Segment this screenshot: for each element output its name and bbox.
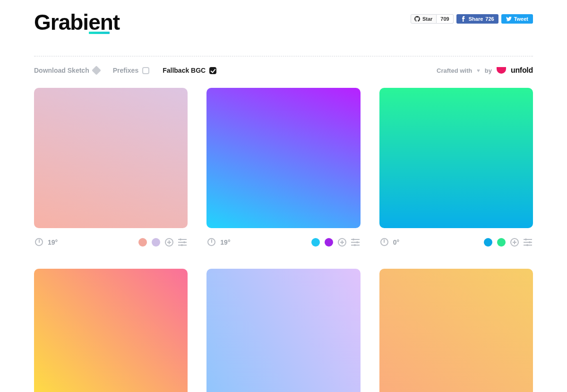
color-stop-dot[interactable] xyxy=(152,238,160,247)
download-sketch-button[interactable]: Download Sketch xyxy=(34,67,100,74)
credit[interactable]: Crafted with ♥ by unfold xyxy=(437,66,533,75)
sliders-icon[interactable] xyxy=(178,239,187,246)
add-color-button[interactable] xyxy=(338,238,346,247)
color-stop-dot[interactable] xyxy=(497,238,506,247)
logo: Grabient xyxy=(34,11,120,33)
github-icon xyxy=(414,16,420,22)
sliders-icon[interactable] xyxy=(524,239,532,246)
fallback-bgc-label: Fallback BGC xyxy=(163,67,206,74)
angle-value[interactable]: 19° xyxy=(48,239,58,246)
gradient-swatch[interactable] xyxy=(34,88,188,228)
download-sketch-label: Download Sketch xyxy=(34,67,89,74)
color-stop-dot[interactable] xyxy=(484,238,492,247)
angle-value[interactable]: 19° xyxy=(220,239,230,246)
heart-icon: ♥ xyxy=(477,68,480,73)
twitter-tweet-button[interactable]: Tweet xyxy=(501,14,533,24)
fallback-bgc-checkbox xyxy=(209,67,216,74)
gradient-swatch[interactable] xyxy=(34,269,188,392)
credit-prefix: Crafted with xyxy=(437,67,472,74)
credit-by: by xyxy=(485,67,492,74)
logo-wrap: Grabient xyxy=(34,11,120,34)
facebook-share-label: Share xyxy=(469,16,483,22)
logo-underline xyxy=(89,32,110,34)
sliders-icon[interactable] xyxy=(351,239,360,246)
gradient-card: 19° xyxy=(34,88,188,250)
gradient-grid: 19°19°0° xyxy=(34,88,533,392)
github-star-button[interactable]: Star 709 xyxy=(411,14,454,24)
gradient-controls: 19° xyxy=(206,228,360,250)
gradient-swatch[interactable] xyxy=(379,269,533,392)
gradient-card: 0° xyxy=(379,88,533,250)
unfold-brand: unfold xyxy=(511,66,533,75)
gradient-card xyxy=(34,269,188,392)
gradient-swatch[interactable] xyxy=(206,88,360,228)
prefixes-label: Prefixes xyxy=(113,67,138,74)
github-star-count: 709 xyxy=(437,14,453,24)
gradient-card: 19° xyxy=(206,88,360,250)
unfold-logo-icon xyxy=(497,67,506,74)
gradient-controls: 0° xyxy=(379,228,533,250)
github-star-label: Star xyxy=(422,16,432,22)
color-stop-dot[interactable] xyxy=(325,238,333,247)
gradient-swatch[interactable] xyxy=(206,269,360,392)
prefixes-checkbox xyxy=(142,67,149,74)
angle-icon[interactable] xyxy=(380,238,388,246)
color-stop-dot[interactable] xyxy=(311,238,320,247)
add-color-button[interactable] xyxy=(165,238,173,247)
social-buttons: Star 709 Share 726 Tweet xyxy=(411,14,533,24)
divider xyxy=(34,56,533,57)
toolbar: Download Sketch Prefixes Fallback BGC Cr… xyxy=(34,66,533,75)
angle-icon[interactable] xyxy=(35,238,43,246)
gradient-card xyxy=(206,269,360,392)
color-stop-dot[interactable] xyxy=(138,238,147,247)
sketch-diamond-icon xyxy=(92,66,101,75)
add-color-button[interactable] xyxy=(510,238,519,247)
twitter-icon xyxy=(506,16,512,22)
facebook-icon xyxy=(461,16,466,22)
fallback-bgc-toggle[interactable]: Fallback BGC xyxy=(163,67,216,74)
gradient-controls: 19° xyxy=(34,228,188,250)
header: Grabient Star 709 Share 726 Tweet xyxy=(34,11,533,43)
facebook-share-button[interactable]: Share 726 xyxy=(456,14,498,24)
gradient-card xyxy=(379,269,533,392)
prefixes-toggle[interactable]: Prefixes xyxy=(113,67,149,74)
twitter-tweet-label: Tweet xyxy=(514,16,528,22)
gradient-swatch[interactable] xyxy=(379,88,533,228)
facebook-share-count: 726 xyxy=(485,16,494,22)
angle-value[interactable]: 0° xyxy=(393,239,399,246)
angle-icon[interactable] xyxy=(207,238,215,246)
